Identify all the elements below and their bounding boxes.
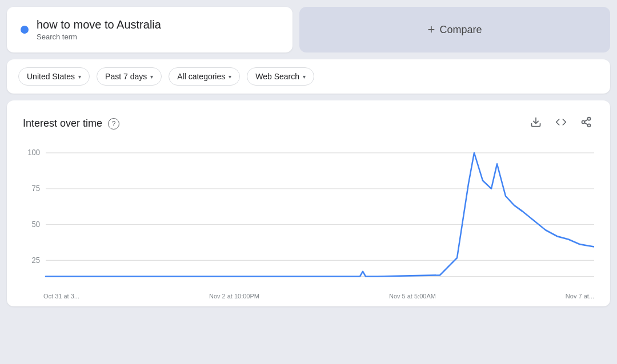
- search-term-subtitle: Search term: [37, 33, 161, 41]
- svg-text:75: 75: [32, 184, 40, 193]
- location-filter-label: United States: [27, 72, 75, 81]
- chart-card: Interest over time ?: [7, 100, 610, 306]
- svg-line-5: [584, 119, 588, 121]
- location-filter[interactable]: United States ▾: [18, 67, 90, 86]
- compare-label: Compare: [439, 24, 482, 36]
- location-chevron-icon: ▾: [78, 74, 81, 80]
- category-filter-label: All categories: [177, 72, 225, 81]
- time-range-filter[interactable]: Past 7 days ▾: [97, 67, 162, 86]
- svg-text:25: 25: [32, 256, 40, 265]
- search-type-filter[interactable]: Web Search ▾: [247, 67, 314, 86]
- x-label-1: Oct 31 at 3...: [43, 293, 79, 300]
- embed-button[interactable]: [553, 114, 569, 133]
- chart-title-area: Interest over time ?: [23, 118, 119, 130]
- time-range-filter-label: Past 7 days: [105, 72, 147, 81]
- compare-plus-icon: +: [428, 22, 435, 37]
- trend-chart: 100 75 50 25: [23, 147, 594, 295]
- x-label-2: Nov 2 at 10:00PM: [209, 293, 259, 300]
- chart-title: Interest over time: [23, 118, 102, 130]
- help-icon[interactable]: ?: [108, 118, 119, 130]
- search-term-title: how to move to Australia: [37, 18, 161, 31]
- x-label-4: Nov 7 at...: [566, 293, 594, 300]
- search-type-chevron-icon: ▾: [303, 74, 306, 80]
- share-button[interactable]: [578, 114, 594, 133]
- search-type-filter-label: Web Search: [255, 72, 299, 81]
- chart-actions: [528, 114, 594, 133]
- svg-text:50: 50: [32, 220, 40, 229]
- top-section: how to move to Australia Search term + C…: [7, 7, 610, 52]
- download-button[interactable]: [528, 114, 544, 133]
- time-range-chevron-icon: ▾: [150, 74, 153, 80]
- svg-text:100: 100: [27, 148, 40, 157]
- search-term-text: how to move to Australia Search term: [37, 18, 161, 41]
- chart-area: 100 75 50 25 Oct 31 at 3... Nov 2 at 10:…: [23, 147, 594, 295]
- term-color-dot: [21, 26, 29, 34]
- chart-header: Interest over time ?: [23, 114, 594, 133]
- x-label-3: Nov 5 at 5:00AM: [389, 293, 436, 300]
- category-chevron-icon: ▾: [229, 74, 231, 80]
- filters-row: United States ▾ Past 7 days ▾ All catego…: [7, 59, 610, 94]
- svg-line-4: [584, 123, 588, 124]
- category-filter[interactable]: All categories ▾: [169, 67, 240, 86]
- compare-card[interactable]: + Compare: [299, 7, 610, 52]
- search-term-card: how to move to Australia Search term: [7, 7, 293, 52]
